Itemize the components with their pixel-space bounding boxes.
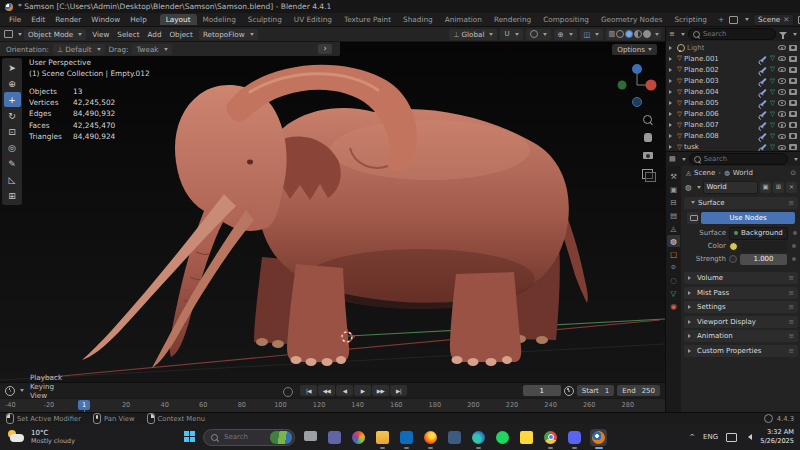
transport-button[interactable]: ◀ — [336, 385, 353, 396]
taskbar-app[interactable] — [518, 429, 535, 446]
collapsed-panel-header[interactable]: Viewport Display ≡ — [684, 316, 798, 328]
workspace-tab[interactable]: Layout — [160, 14, 197, 25]
hide-in-viewport-toggle[interactable] — [778, 122, 786, 128]
expand-arrow-icon[interactable] — [669, 57, 672, 61]
transport-button[interactable]: ▶▶ — [372, 385, 389, 396]
expand-arrow-icon[interactable] — [669, 90, 672, 94]
outliner-search[interactable] — [688, 28, 776, 40]
world-color-swatch[interactable] — [729, 242, 738, 251]
expand-arrow-icon[interactable] — [669, 101, 672, 105]
editor-type-icon[interactable] — [4, 30, 13, 38]
timeline-menu-item[interactable]: Playback — [26, 373, 66, 382]
transport-button[interactable]: ▶ — [354, 385, 371, 396]
taskbar-app[interactable] — [398, 429, 415, 446]
menu-item[interactable]: File — [4, 15, 26, 24]
expand-arrow-icon[interactable] — [669, 79, 672, 83]
outliner-row[interactable]: ▽ Plane.002 ▽ — [666, 64, 800, 75]
clock-widget[interactable]: 3:32 AM 5/26/2025 — [760, 428, 794, 446]
pan-widget[interactable] — [642, 132, 653, 143]
drag-dropdown[interactable]: Tweak — [132, 44, 171, 55]
properties-tab[interactable]: ▤ — [667, 209, 680, 221]
transform-orientation-dropdown[interactable]: ⊥Global — [449, 29, 497, 40]
outliner-row[interactable]: ▽ Plane.008 ▽ — [666, 131, 800, 142]
outliner-row[interactable]: ▽ Plane.006 ▽ — [666, 109, 800, 120]
menu-item[interactable]: Edit — [26, 15, 50, 24]
tool-settings-expand-button[interactable]: › — [318, 44, 332, 54]
tool-button[interactable]: ✎ — [4, 156, 21, 171]
zoom-widget[interactable] — [642, 114, 653, 125]
properties-search-input[interactable] — [704, 155, 783, 163]
orientation-dropdown[interactable]: ⊥Default — [53, 44, 105, 55]
collapsed-panel-header[interactable]: Mist Pass ≡ — [684, 287, 798, 299]
properties-tab[interactable]: ▣ — [667, 183, 680, 195]
properties-tab[interactable]: ▽ — [667, 287, 680, 299]
viewport-3d[interactable]: Orientation: ⊥Default Drag: Tweak › Opti… — [0, 42, 665, 382]
taskbar-app[interactable] — [542, 429, 559, 446]
outliner-row[interactable]: ▽ Plane.001 ▽ — [666, 53, 800, 64]
tool-button[interactable]: ◺ — [4, 172, 21, 187]
disable-in-renders-toggle[interactable] — [789, 45, 797, 51]
properties-tab[interactable]: ⊟ — [667, 196, 680, 208]
new-world-button[interactable]: ⊞ — [773, 182, 784, 193]
retopoflow-menu[interactable]: RetopoFlow — [199, 29, 258, 40]
properties-tab[interactable]: ◬ — [667, 222, 680, 234]
hide-in-viewport-toggle[interactable] — [778, 45, 786, 51]
timeline-editor-type-icon[interactable] — [5, 386, 15, 396]
properties-tab[interactable]: ◉ — [667, 300, 680, 312]
properties-tab[interactable]: □ — [667, 248, 680, 260]
properties-tab[interactable]: ⚒ — [667, 170, 680, 182]
taskbar-app[interactable] — [374, 429, 391, 446]
workspace-tab[interactable]: Animation — [439, 14, 488, 25]
perspective-toggle-widget[interactable] — [642, 168, 653, 179]
menu-item[interactable]: Help — [125, 15, 152, 24]
decorator-dot[interactable] — [792, 257, 796, 261]
timeline-menu-item[interactable]: Keying — [26, 382, 66, 391]
hide-in-viewport-toggle[interactable] — [778, 56, 786, 62]
transport-button[interactable]: |◀ — [300, 385, 317, 396]
tray-expand-button[interactable]: ^ — [689, 433, 695, 441]
hide-in-viewport-toggle[interactable] — [778, 134, 786, 140]
outliner-editor-type-icon[interactable]: ≡ — [669, 30, 675, 38]
outliner-search-input[interactable] — [703, 30, 771, 38]
use-nodes-button[interactable]: Use Nodes — [701, 212, 795, 224]
fake-user-button[interactable]: ▣ — [760, 182, 771, 193]
disable-in-renders-toggle[interactable] — [789, 122, 797, 128]
breadcrumb-world[interactable]: World — [733, 169, 753, 177]
disable-in-renders-toggle[interactable] — [789, 133, 797, 139]
taskbar-app[interactable] — [494, 429, 511, 446]
shading-material-button[interactable] — [634, 30, 642, 38]
disable-in-renders-toggle[interactable] — [789, 67, 797, 73]
outliner-row[interactable]: ▽ Plane.003 ▽ — [666, 75, 800, 86]
workspace-tab[interactable]: Geometry Nodes — [595, 14, 669, 25]
workspace-tab[interactable]: Modeling — [197, 14, 242, 25]
collapsed-panel-header[interactable]: Animation ≡ — [684, 330, 798, 342]
mode-dropdown[interactable]: Object Mode — [24, 29, 86, 40]
hide-in-viewport-toggle[interactable] — [778, 67, 786, 73]
taskbar-search[interactable] — [203, 429, 295, 446]
viewport-menu-item[interactable]: Object — [165, 30, 196, 39]
decorator-dot[interactable] — [792, 244, 796, 248]
taskbar-app[interactable] — [302, 429, 319, 446]
options-dropdown[interactable]: Options — [612, 44, 657, 55]
animate-dot-icon[interactable] — [729, 255, 737, 263]
disable-in-renders-toggle[interactable] — [789, 78, 797, 84]
properties-tab[interactable]: ⌯ — [667, 261, 680, 273]
menu-item[interactable]: Window — [86, 15, 125, 24]
workspace-tab[interactable]: Texture Paint — [338, 14, 397, 25]
proportional-editing-toggle[interactable] — [526, 29, 551, 40]
hide-in-viewport-toggle[interactable] — [778, 100, 786, 106]
workspace-tab[interactable]: Shading — [397, 14, 439, 25]
camera-view-widget[interactable] — [642, 150, 653, 161]
expand-arrow-icon[interactable] — [669, 123, 672, 127]
outliner-row[interactable]: ▽ Light ▽ — [666, 42, 800, 53]
properties-editor-type-icon[interactable]: ▤ — [669, 155, 676, 163]
hide-in-viewport-toggle[interactable] — [778, 78, 786, 84]
taskbar-app[interactable] — [470, 429, 487, 446]
outliner-row[interactable]: ▽ Plane.005 ▽ — [666, 97, 800, 108]
auto-keying-toggle[interactable] — [283, 387, 293, 397]
pin-icon[interactable]: ⊙ — [790, 169, 796, 177]
scene-selector[interactable]: Scene✕ — [753, 14, 794, 26]
taskbar-app[interactable] — [566, 429, 583, 446]
network-icon[interactable] — [726, 433, 737, 442]
use-preview-range-toggle[interactable] — [564, 386, 574, 396]
